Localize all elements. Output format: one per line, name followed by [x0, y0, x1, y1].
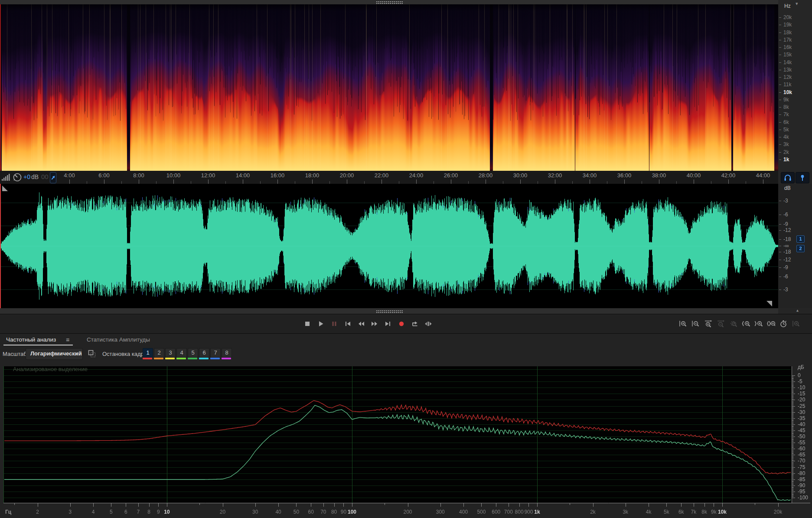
go-to-start-button[interactable]: [342, 318, 353, 329]
grip-dots: [376, 1, 403, 4]
zoom-amplitude-icon: [792, 320, 800, 328]
zoom-in-vertical-button[interactable]: [677, 318, 689, 329]
hz-axis-label: 14k: [783, 59, 792, 65]
monitor-cell: [778, 171, 812, 184]
channel-2-badge[interactable]: 2: [796, 245, 805, 252]
chart-db-label: -40: [798, 421, 805, 427]
rewind-button[interactable]: [355, 318, 367, 329]
zoom-amplitude-button[interactable]: [790, 318, 802, 329]
spectral-panel-grip[interactable]: [0, 0, 778, 4]
hold-frame-5-button[interactable]: 5: [188, 348, 198, 358]
hold-frame-5-color: [188, 358, 197, 359]
db-axis-label: -18: [783, 236, 791, 242]
hold-frame-7-button[interactable]: 7: [210, 348, 221, 358]
axis-tick: [779, 144, 781, 145]
stop-button[interactable]: [301, 318, 313, 329]
zoom-to-selection-button[interactable]: [765, 318, 777, 329]
zoom-in-left-selection-icon: [742, 320, 750, 328]
waveform-display[interactable]: [0, 184, 778, 308]
chart-db-label: -90: [798, 482, 805, 489]
hz-axis-label: 19k: [783, 22, 792, 28]
frequency-axis[interactable]: ▾ Hz 20k19k18k17k16k15k14k13k12k11k10k9k…: [778, 0, 812, 171]
chart-freq-label: 30: [247, 509, 264, 515]
expand-arrow-icon[interactable]: ▴: [796, 308, 799, 313]
pause-button[interactable]: [328, 318, 340, 329]
hz-axis-label: 15k: [783, 52, 792, 58]
tab-frequency-analysis[interactable]: Частотный анализ: [6, 336, 56, 343]
level-meter-icon[interactable]: [2, 174, 10, 181]
panel-menu-icon[interactable]: ≡: [66, 336, 69, 343]
chart-db-label: -80: [798, 470, 805, 476]
record-button[interactable]: [395, 318, 407, 329]
zoom-out-horizontal-button[interactable]: [715, 318, 727, 329]
loop-playback-icon: [411, 320, 419, 328]
chart-x-axis-title: Гц: [5, 509, 11, 515]
pin-display-button[interactable]: [796, 172, 809, 183]
scale-dropdown[interactable]: Логарифмический: [26, 348, 83, 360]
waveform-panel-grip[interactable]: [0, 308, 778, 314]
tab-amplitude-statistics[interactable]: Статистика Амплитуды: [87, 336, 150, 343]
hold-frame-2-button[interactable]: 2: [154, 348, 164, 358]
axis-tick: [779, 246, 781, 246]
hz-axis-label: 12k: [783, 74, 792, 80]
ruler-time-label: 16:00: [271, 172, 285, 179]
pin-display-icon: [799, 174, 805, 181]
zoom-in-left-selection-button[interactable]: [740, 318, 752, 329]
hold-frame-1-button[interactable]: 1: [143, 348, 153, 358]
monitor-headphones-button[interactable]: [781, 172, 795, 183]
hz-axis-label: 7k: [783, 111, 789, 117]
chart-db-label: -75: [798, 464, 805, 470]
collapse-arrow-icon[interactable]: ▾: [796, 1, 798, 7]
zoom-out-horizontal-icon: [717, 320, 725, 328]
zoom-in-right-selection-button[interactable]: [753, 318, 764, 329]
fast-forward-button[interactable]: [368, 318, 380, 329]
gain-unit: dB: [31, 173, 39, 180]
chart-db-label: -25: [798, 403, 805, 409]
copy-snapshot-icon[interactable]: [88, 350, 96, 358]
chart-db-label: -60: [798, 446, 805, 452]
ruler-time-label: 24:00: [409, 172, 424, 179]
go-to-start-icon: [344, 320, 352, 328]
axis-tick: [779, 40, 781, 40]
rewind-icon: [357, 320, 365, 328]
channel-1-badge[interactable]: 1: [796, 235, 805, 243]
transport-bar: 0:00.000: [0, 314, 812, 334]
chart-freq-label: 10: [158, 509, 176, 515]
play-button[interactable]: [315, 318, 326, 329]
gain-knob-icon[interactable]: [12, 172, 23, 182]
go-to-end-button[interactable]: [382, 318, 394, 329]
go-to-end-icon: [384, 320, 392, 328]
scale-value: Логарифмический: [30, 350, 82, 357]
pin-timeline-button[interactable]: [50, 172, 56, 183]
hold-frame-6-color: [199, 358, 209, 359]
amplitude-axis[interactable]: dB -3-6-9-12-18-∞-18-12-9-6-312: [778, 184, 812, 308]
hold-frame-3-button[interactable]: 3: [165, 348, 176, 358]
hz-axis-label: 13k: [783, 67, 792, 73]
spectrogram-display[interactable]: [0, 4, 778, 171]
axis-tick: [779, 230, 781, 231]
loop-playback-button[interactable]: [409, 318, 421, 329]
skip-selection-button[interactable]: [422, 318, 434, 329]
zoom-reset-button[interactable]: [727, 318, 739, 329]
zoom-in-horizontal-button[interactable]: [702, 318, 714, 329]
zoom-out-vertical-button[interactable]: [690, 318, 701, 329]
timeline-ruler[interactable]: 4:006:008:0010:0012:0014:0016:0018:0020:…: [0, 171, 778, 184]
hold-frame-4-button[interactable]: 4: [176, 348, 187, 358]
zoom-time-button[interactable]: [778, 318, 789, 329]
chart-freq-label: 40: [270, 509, 287, 515]
axis-footer: ▴: [778, 308, 812, 314]
gain-value[interactable]: +0: [23, 173, 30, 180]
hold-frame-6-button[interactable]: 6: [199, 348, 209, 358]
ruler-time-label: 28:00: [479, 172, 493, 179]
ruler-time-label: 8:00: [133, 172, 144, 179]
ruler-time-label: 22:00: [375, 172, 389, 179]
spectral-split-handle-right[interactable]: [766, 301, 772, 306]
hold-frame-8-color: [222, 358, 231, 359]
chart-db-label: -15: [798, 391, 805, 397]
hz-axis-label: 2k: [783, 149, 789, 155]
spectral-split-handle-left[interactable]: [2, 186, 8, 191]
chart-freq-label: 3: [62, 509, 79, 515]
hold-frame-8-button[interactable]: 8: [222, 348, 232, 358]
chart-plot[interactable]: [0, 363, 812, 518]
axis-tick: [779, 122, 781, 123]
